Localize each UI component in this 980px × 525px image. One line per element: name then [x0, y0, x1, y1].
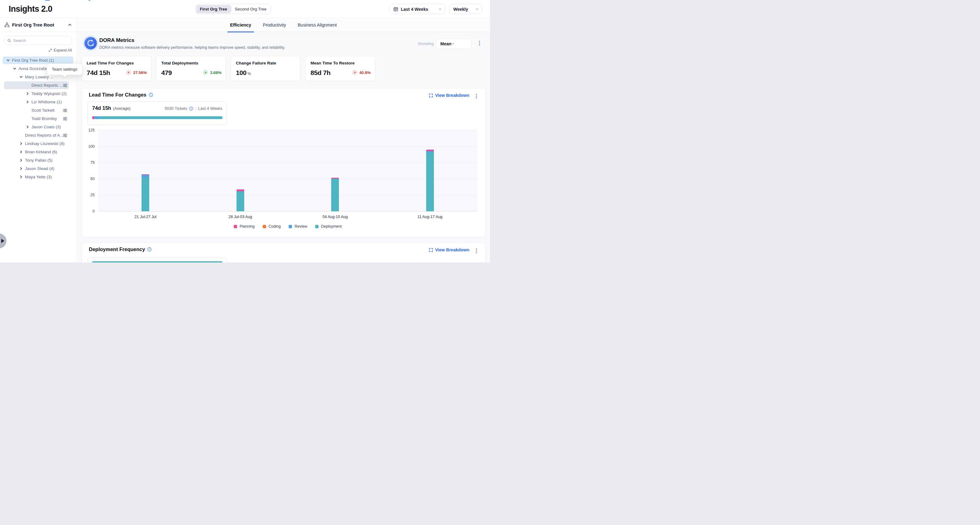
tree-item[interactable]: Teddy Wylupski (2)	[0, 89, 76, 98]
chart-legend: PlanningCodingReviewDeployment	[98, 224, 477, 229]
tree-item[interactable]: Brian Kirkland (6)	[0, 148, 76, 156]
deployment-frequency-summary-card	[88, 257, 227, 262]
y-tick-label: 25	[82, 193, 95, 197]
tree-item[interactable]: First Org Tree Root (1)	[0, 56, 76, 64]
summary-qualifier: (Average)	[113, 106, 130, 111]
search-input[interactable]	[13, 38, 69, 43]
date-range-select[interactable]: Last 4 Weeks	[390, 4, 445, 14]
stacked-bar[interactable]	[331, 178, 339, 211]
tree-item[interactable]: Tony Pallas (5)	[0, 156, 76, 164]
expand-all-button[interactable]: Expand All	[48, 48, 72, 52]
y-tick-label: 0	[82, 209, 95, 213]
lead-time-summary-card: 74d 15h (Average) 5030 Tickets | Last 4 …	[88, 101, 227, 125]
legend-item-planning[interactable]: Planning	[234, 224, 255, 229]
tree-item[interactable]: Scott Tarkett	[0, 106, 76, 115]
metric-title: Total Deployments	[161, 61, 198, 65]
legend-item-coding[interactable]: Coding	[263, 224, 281, 229]
summary-separator: |	[195, 106, 196, 111]
view-breakdown-link[interactable]: View Breakdown	[429, 247, 469, 252]
expand-all-label: Expand All	[54, 48, 72, 52]
legend-label: Coding	[269, 224, 281, 229]
metric-delta: 3.68%	[203, 70, 221, 75]
y-tick-label: 100	[82, 144, 95, 149]
trend-up-icon	[126, 70, 131, 75]
aggregation-value: Mean	[440, 41, 452, 46]
deployment-frequency-section-card: Deployment Frequency View Breakdown	[81, 242, 486, 262]
legend-item-review[interactable]: Review	[289, 224, 307, 229]
tab-efficiency[interactable]: Efficiency	[230, 18, 251, 32]
bar-slot	[383, 130, 478, 211]
legend-label: Review	[294, 224, 307, 229]
org-tree-icon	[4, 22, 10, 27]
view-breakdown-link[interactable]: View Breakdown	[429, 93, 469, 98]
chevron-down-icon	[476, 8, 479, 11]
stacked-bar[interactable]	[142, 174, 149, 211]
bar-segment-review	[142, 175, 149, 177]
org-tree-toggle: First Org Tree Second Org Tree	[195, 4, 271, 14]
expand-diagonal-icon	[48, 48, 52, 52]
deployment-frequency-title: Deployment Frequency	[89, 247, 152, 252]
dora-kebab-menu[interactable]	[477, 40, 482, 46]
info-icon[interactable]	[189, 107, 193, 111]
deployment-frequency-kebab-menu[interactable]	[474, 248, 479, 254]
collapse-chevron-up-icon[interactable]	[68, 23, 72, 27]
metric-card-total-deployments: Total Deployments 479 3.68%	[156, 56, 226, 81]
tree-item-label: Brian Kirkland (6)	[25, 148, 57, 156]
info-icon[interactable]	[147, 247, 152, 252]
top-edge-artifact	[89, 0, 90, 1]
tree-item-label: Lindsay Liszewski (8)	[25, 139, 64, 148]
x-tick-label: 11 Aug-17 Aug	[383, 215, 478, 219]
tree-item[interactable]: Jason Coats (3)	[0, 123, 76, 131]
tree-item-label: Maya Yette (3)	[25, 173, 52, 181]
date-range-value: Last 4 Weeks	[401, 7, 439, 12]
tree-item[interactable]: Jason Stead (4)	[0, 164, 76, 173]
deployment-frequency-partial-bar	[92, 261, 222, 262]
summary-tickets: 5030 Tickets	[165, 106, 187, 111]
lead-time-section-title: Lead Time For Changes	[89, 92, 153, 98]
tree-item-label: Direct Reports ...	[32, 81, 63, 89]
plot-area	[98, 130, 477, 211]
metric-title: Lead Time For Changes	[87, 61, 134, 65]
metric-delta: 40.8%	[352, 70, 371, 75]
stacked-bar[interactable]	[426, 150, 434, 211]
tree-item[interactable]: Liz Whittome (1)	[0, 98, 76, 106]
sidebar-search[interactable]	[4, 36, 72, 45]
metric-card-change-failure-rate: Change Failure Rate 100%	[231, 56, 301, 81]
dora-metrics-icon	[84, 37, 97, 49]
showing-label: Showing	[418, 41, 434, 46]
stacked-bar[interactable]	[237, 189, 244, 212]
metric-title: Change Failure Rate	[236, 61, 276, 65]
tree-item[interactable]: Direct Reports of A...	[0, 131, 76, 139]
main-tabs: Efficiency Productivity Business Alignme…	[77, 18, 490, 32]
bar-segment-deployment	[142, 177, 149, 211]
aggregation-select[interactable]: Mean	[436, 39, 471, 48]
tree-item[interactable]: Direct Reports ...	[0, 81, 76, 89]
tree-item-label: Scott Tarkett	[32, 106, 54, 115]
metric-card-mean-time-to-restore: Mean Time To Restore 85d 7h 40.8%	[305, 56, 375, 81]
tab-business-alignment[interactable]: Business Alignment	[298, 18, 337, 32]
metric-value: 74d 15h	[87, 69, 110, 76]
tab-productivity[interactable]: Productivity	[263, 18, 286, 32]
y-tick-label: 50	[82, 177, 95, 181]
info-icon[interactable]	[149, 92, 153, 97]
tree-item[interactable]: Todd Bromley	[0, 115, 76, 123]
expand-corners-icon	[429, 94, 433, 97]
tree-item[interactable]: Maya Yette (3)	[0, 173, 76, 181]
toggle-first-org-tree[interactable]: First Org Tree	[196, 5, 231, 13]
bar-slot	[98, 130, 193, 211]
legend-label: Deployment	[321, 224, 342, 229]
legend-swatch	[289, 225, 292, 228]
sidebar-header: First Org Tree Root	[0, 18, 76, 32]
lead-time-kebab-menu[interactable]	[474, 93, 479, 99]
granularity-select[interactable]: Weekly	[449, 4, 482, 14]
dora-section-title: DORA Metrics	[99, 37, 134, 43]
tree-item-label: Liz Whittome (1)	[32, 98, 62, 106]
dora-section-subtitle: DORA metrics measure software delivery p…	[99, 45, 285, 50]
bar-segment-planning	[237, 189, 244, 192]
toggle-second-org-tree[interactable]: Second Org Tree	[231, 5, 270, 13]
metric-value: 85d 7h	[310, 69, 331, 76]
legend-item-deployment[interactable]: Deployment	[315, 224, 342, 229]
tree-item-label: Tony Pallas (5)	[25, 156, 52, 164]
tree-item[interactable]: Lindsay Liszewski (8)	[0, 139, 76, 148]
metric-delta: 27.56%	[126, 70, 147, 75]
